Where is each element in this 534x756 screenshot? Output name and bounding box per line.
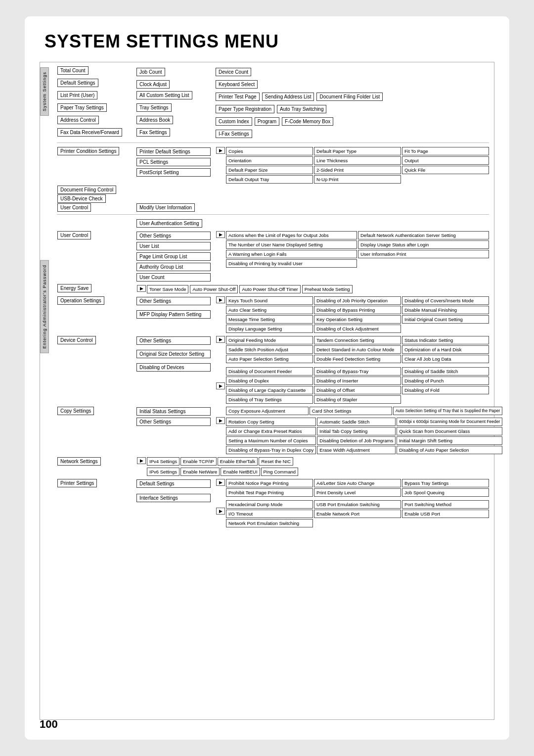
item-clock-adjust: Clock Adjust xyxy=(136,80,170,89)
row-printer-settings: Printer Settings Default Settings Interf… xyxy=(57,479,489,527)
label-printer-settings: Printer Settings xyxy=(57,479,97,487)
item-copies: Copies xyxy=(226,147,313,155)
label-fax-data: Fax Data Receive/Forward xyxy=(57,128,122,137)
item-user-list: User List xyxy=(136,242,211,250)
item-rotation-copy: Rotation Copy Setting xyxy=(226,418,316,426)
page-title: SYSTEM SETTINGS MENU xyxy=(40,31,494,52)
item-card-shot: Card Shot Settings xyxy=(310,407,392,415)
item-ping-command: Ping Command xyxy=(261,468,298,476)
arrow-operation-settings xyxy=(216,296,225,303)
item-warning-login: A Warning when Login Fails xyxy=(226,250,357,258)
item-double-feed: Double Feed Detection Setting xyxy=(314,355,401,363)
arrow-copy-other xyxy=(216,417,225,424)
item-enable-netbeui: Enable NetBEUI xyxy=(221,468,260,476)
item-line-thickness: Line Thickness xyxy=(314,156,401,165)
item-tray-settings: Tray Settings xyxy=(136,103,172,112)
item-display-language: Display Language Setting xyxy=(226,325,313,333)
item-auto-power-shutoff: Auto Power Shut-Off xyxy=(190,285,238,293)
item-address-book: Address Book xyxy=(136,116,173,124)
row-fax-data: Fax Data Receive/Forward Fax Settings I-… xyxy=(57,129,489,139)
item-disable-covers: Disabling of Covers/Inserts Mode xyxy=(402,296,489,305)
label-energy-save: Energy Save xyxy=(57,284,91,292)
item-disable-bypass-tray: Disabling of Bypass-Tray xyxy=(314,367,401,376)
item-key-operation: Key Operation Setting xyxy=(314,315,401,324)
item-quick-file: Quick File xyxy=(402,166,489,174)
item-detect-standard: Detect Standard in Auto Colour Mode xyxy=(314,345,401,354)
item-original-size-detector: Original Size Detector Setting xyxy=(136,350,211,358)
item-disable-auto-paper: Disabling of Auto Paper Selection xyxy=(397,446,502,454)
item-preheat-mode: Preheat Mode Setting xyxy=(302,285,353,293)
item-tandem-conn: Tandem Connection Setting xyxy=(314,336,401,344)
item-pcl-settings: PCL Settings xyxy=(136,158,211,166)
item-user-info-print: User Information Print xyxy=(358,250,489,258)
item-enable-ethertalk: Enable EtherTalk xyxy=(218,457,258,466)
item-device-count: Device Count xyxy=(216,68,251,76)
item-custom-index: Custom Index xyxy=(216,117,252,126)
item-authority-group: Authority Group List xyxy=(136,263,211,271)
item-optimization-hd: Optimization of a Hard Disk xyxy=(402,345,489,354)
row-user-control-admin: User Control Other Settings User List Pa… xyxy=(57,231,489,282)
item-600dpi-scan: 600dpi x 600dpi Scanning Mode for Docume… xyxy=(397,418,502,426)
item-bypass-tray-settings: Bypass Tray Settings xyxy=(402,479,489,487)
item-disable-offset: Disabling of Offset xyxy=(314,386,401,394)
item-user-count: User Count xyxy=(136,273,211,282)
item-keys-touch: Keys Touch Sound xyxy=(226,296,313,305)
item-actions-limit-pages: Actions when the Limit of Pages for Outp… xyxy=(226,231,357,239)
item-disable-del-programs: Disabling Deletion of Job Programs xyxy=(317,436,396,445)
item-postscript: PostScript Setting xyxy=(136,168,211,177)
arrow-printer-interface xyxy=(216,508,225,515)
item-port-switching: Port Switching Method xyxy=(402,500,489,509)
item-a4-letter-auto: A4/Letter Size Auto Change xyxy=(314,479,401,487)
item-sending-addr: Sending Address List xyxy=(262,93,314,101)
item-paper-type-reg: Paper Type Registration xyxy=(216,105,274,113)
item-print-density: Print Density Level xyxy=(314,488,401,497)
item-auto-power-timer: Auto Power Shut-Off Timer xyxy=(239,285,300,293)
item-disable-bypass-duplex: Disabling of Bypass-Tray in Duplex Copy xyxy=(226,446,316,454)
item-other-settings-copy: Other Settings xyxy=(136,418,211,426)
item-modify-user-info: Modify User Information xyxy=(136,203,195,212)
item-prohibit-notice: Prohibit Notice Page Printing xyxy=(226,479,313,487)
item-io-timeout: I/O Timeout xyxy=(226,510,313,518)
item-saddle-stitch-pos: Saddle Stitch Position Adjust xyxy=(226,345,313,354)
item-display-usage: Display Usage Status after Login xyxy=(358,240,489,249)
page-number: 100 xyxy=(40,718,58,731)
item-doc-filing-folder: Document Filing Folder List xyxy=(316,93,383,101)
item-job-count: Job Count xyxy=(136,68,165,76)
item-disable-tray-settings: Disabling of Tray Settings xyxy=(226,395,313,404)
label-user-control-admin: User Control xyxy=(57,231,91,239)
item-initial-margin: Initial Margin Shift Setting xyxy=(397,436,502,445)
item-disable-inserter: Disabling of Inserter xyxy=(314,377,401,385)
item-copy-exposure: Copy Exposure Adjustment xyxy=(226,407,309,415)
row-list-print: List Print (User) All Custom Setting Lis… xyxy=(57,92,489,101)
item-enable-network-port: Enable Network Port xyxy=(314,510,401,518)
item-keyboard-select: Keyboard Select xyxy=(216,80,258,89)
item-enable-netware: Enable NetWare xyxy=(180,468,220,476)
item-disable-job-priority: Disabling of Job Priority Operation xyxy=(314,296,401,305)
item-disable-duplex: Disabling of Duplex xyxy=(226,377,313,385)
item-disable-large-cap: Disabling of Large Capacity Cassette xyxy=(226,386,313,394)
item-quick-scan-glass: Quick Scan from Document Glass xyxy=(397,427,502,435)
arrow-printer-default xyxy=(216,479,225,486)
label-network-settings: Network Settings xyxy=(57,457,101,466)
item-other-settings-user: Other Settings xyxy=(136,232,211,240)
item-disable-stapler: Disabling of Stapler xyxy=(314,395,401,404)
item-printer-test: Printer Test Page xyxy=(216,93,260,101)
item-printer-default: Printer Default Settings xyxy=(136,147,211,156)
item-toner-save: Toner Save Mode xyxy=(147,285,188,293)
item-initial-orig-count: Initial Original Count Setting xyxy=(402,315,489,324)
item-reset-nic: Reset the NIC xyxy=(259,457,293,466)
label-default-settings: Default Settings xyxy=(57,79,98,87)
item-auto-clear: Auto Clear Setting xyxy=(226,306,313,314)
item-enable-usb-port: Enable USB Port xyxy=(402,510,489,518)
row-operation-settings: Operation Settings Other Settings MFP Di… xyxy=(57,296,489,333)
label-document-filing: Document Filing Control xyxy=(57,186,116,194)
item-default-output-tray: Default Output Tray xyxy=(226,175,313,184)
row-printer-condition: Printer Condition Settings Printer Defau… xyxy=(57,147,489,184)
item-interface-settings: Interface Settings xyxy=(136,494,211,502)
row-paper-tray: Paper Tray Settings Tray Settings Paper … xyxy=(57,104,489,114)
item-hex-dump: Hexadecimal Dump Mode xyxy=(226,500,313,509)
item-nup-print: N-Up Print xyxy=(314,175,401,184)
item-page-limit-group: Page Limit Group List xyxy=(136,252,211,261)
row-usb-device: USB-Device Check xyxy=(57,195,489,201)
arrow-device-other xyxy=(216,336,225,343)
